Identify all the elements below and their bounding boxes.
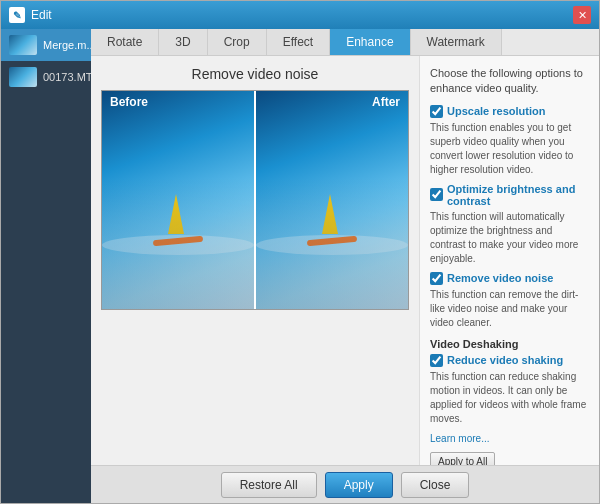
main-content: Merge.m... 00173.MTS Rotate 3D Crop — [1, 29, 599, 503]
sidebar-item-video[interactable]: 00173.MTS — [1, 61, 91, 93]
noise-label[interactable]: Remove video noise — [430, 272, 589, 285]
tab-3d[interactable]: 3D — [159, 29, 207, 55]
sidebar-item-merge-label: Merge.m... — [43, 39, 96, 51]
enhance-panel: Choose the following options to enhance … — [419, 56, 599, 465]
preview-images: Before After — [101, 90, 409, 310]
preview-title: Remove video noise — [192, 66, 319, 82]
surfer-after — [302, 194, 362, 244]
noise-checkbox[interactable] — [430, 272, 443, 285]
deshaking-checkbox[interactable] — [430, 354, 443, 367]
noise-desc: This function can remove the dirt-like v… — [430, 288, 589, 330]
restore-all-button[interactable]: Restore All — [221, 472, 317, 498]
tab-rotate[interactable]: Rotate — [91, 29, 159, 55]
sidebar-item-merge[interactable]: Merge.m... — [1, 29, 91, 61]
edit-window: ✎ Edit ✕ Merge.m... 00173.MTS — [0, 0, 600, 504]
window-title: Edit — [31, 8, 573, 22]
preview-after-image — [256, 91, 408, 309]
learn-more-link[interactable]: Learn more... — [430, 433, 489, 444]
tab-watermark[interactable]: Watermark — [411, 29, 502, 55]
deshaking-title: Video Deshaking — [430, 338, 589, 350]
enhance-intro: Choose the following options to enhance … — [430, 66, 589, 97]
upscale-desc: This function enables you to get superb … — [430, 121, 589, 177]
board-before — [153, 235, 203, 245]
enhance-option-upscale: Upscale resolution This function enables… — [430, 105, 589, 177]
bottom-bar: Restore All Apply Close — [91, 465, 599, 503]
brightness-checkbox[interactable] — [430, 188, 443, 201]
deshaking-label[interactable]: Reduce video shaking — [430, 354, 589, 367]
wave-decoration — [102, 235, 254, 255]
preview-area: Remove video noise Before After — [91, 56, 419, 465]
preview-before-label: Before — [110, 95, 148, 109]
tab-crop[interactable]: Crop — [208, 29, 267, 55]
apply-to-all-button[interactable]: Apply to All — [430, 452, 495, 465]
app-icon: ✎ — [9, 7, 25, 23]
preview-divider — [254, 91, 256, 309]
close-button[interactable]: ✕ — [573, 6, 591, 24]
enhance-option-deshaking: Reduce video shaking This function can r… — [430, 354, 589, 426]
upscale-checkbox[interactable] — [430, 105, 443, 118]
tab-enhance[interactable]: Enhance — [330, 29, 410, 55]
preview-before-image — [102, 91, 254, 309]
close-dialog-button[interactable]: Close — [401, 472, 470, 498]
sail-after — [322, 194, 338, 234]
content-area: Remove video noise Before After — [91, 56, 599, 465]
upscale-label[interactable]: Upscale resolution — [430, 105, 589, 118]
enhance-option-brightness: Optimize brightness and contrast This fu… — [430, 183, 589, 266]
apply-button[interactable]: Apply — [325, 472, 393, 498]
wave-decoration-after — [256, 235, 408, 255]
video-thumb — [9, 67, 37, 87]
deshaking-desc: This function can reduce shaking motion … — [430, 370, 589, 426]
brightness-label[interactable]: Optimize brightness and contrast — [430, 183, 589, 207]
enhance-buttons: Apply to All Restore Defaults — [430, 452, 589, 465]
tab-effect[interactable]: Effect — [267, 29, 330, 55]
board-after — [307, 235, 357, 245]
title-bar: ✎ Edit ✕ — [1, 1, 599, 29]
tab-bar: Rotate 3D Crop Effect Enhance Watermark — [91, 29, 599, 56]
enhance-option-noise: Remove video noise This function can rem… — [430, 272, 589, 330]
surfer-before — [148, 194, 208, 244]
sidebar: Merge.m... 00173.MTS — [1, 29, 91, 503]
merge-thumb — [9, 35, 37, 55]
brightness-desc: This function will automatically optimiz… — [430, 210, 589, 266]
sail-before — [168, 194, 184, 234]
preview-after-label: After — [372, 95, 400, 109]
right-panel: Rotate 3D Crop Effect Enhance Watermark — [91, 29, 599, 503]
